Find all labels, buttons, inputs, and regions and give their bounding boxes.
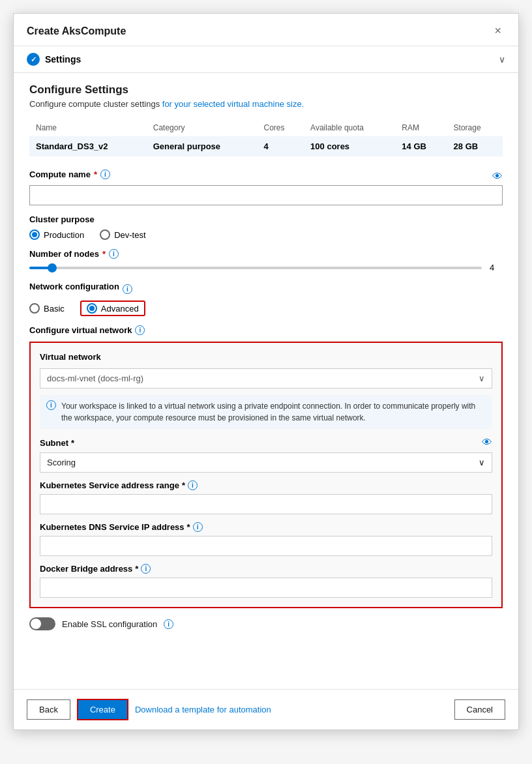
radio-devtest-indicator [100, 229, 110, 240]
col-name: Name [29, 119, 147, 136]
network-config-info-icon[interactable]: i [123, 284, 132, 294]
vm-ram: 14 GB [395, 136, 447, 156]
subnet-label: Subnet * [40, 438, 74, 448]
vm-cores: 4 [258, 136, 304, 156]
subnet-required: * [71, 438, 74, 448]
subnet-chevron: ∨ [479, 458, 485, 467]
dialog-footer: Back Create Download a template for auto… [14, 689, 518, 729]
network-radio-group: Basic Advanced [29, 301, 503, 316]
vnet-info-box: i Your workspace is linked to a virtual … [40, 395, 492, 429]
k8s-service-label-text: Kubernetes Service address range [40, 480, 179, 490]
nodes-slider-thumb[interactable] [48, 263, 57, 272]
vnet-info-icon: i [46, 400, 56, 410]
configure-vnet-text: Configure virtual network [29, 325, 132, 335]
k8s-dns-info-icon[interactable]: i [193, 522, 203, 532]
vnet-dropdown-chevron: ∨ [479, 374, 485, 383]
k8s-service-required: * [182, 480, 185, 490]
settings-header[interactable]: ✓ Settings ∨ [27, 53, 505, 66]
nodes-slider-container: 4 [29, 263, 503, 272]
col-storage: Storage [447, 119, 503, 136]
nodes-label-row: Number of nodes * i [29, 249, 503, 259]
nodes-label-text: Number of nodes [29, 249, 99, 259]
k8s-service-info-icon[interactable]: i [188, 480, 198, 490]
vm-name: Standard_DS3_v2 [29, 136, 147, 156]
cluster-purpose-radio-group: Production Dev-test [29, 229, 503, 240]
ssl-toggle-thumb [31, 619, 41, 629]
compute-name-label: Compute name * i [29, 169, 110, 179]
subnet-label-row: Subnet * 👁 [40, 437, 492, 448]
vnet-section: Virtual network docs-ml-vnet (docs-ml-rg… [29, 342, 503, 608]
compute-name-info-icon[interactable]: i [100, 169, 110, 179]
nodes-required: * [102, 249, 106, 259]
radio-basic-indicator [29, 303, 40, 314]
subnet-value: Scoring [47, 458, 76, 467]
settings-section: ✓ Settings ∨ [14, 46, 518, 73]
radio-advanced[interactable]: Advanced [80, 301, 145, 316]
radio-basic-label: Basic [44, 304, 65, 314]
ssl-info-icon[interactable]: i [164, 619, 173, 629]
vm-storage: 28 GB [447, 136, 503, 156]
radio-production[interactable]: Production [29, 229, 84, 240]
k8s-dns-label: Kubernetes DNS Service IP address * i [40, 522, 492, 532]
k8s-dns-label-text: Kubernetes DNS Service IP address [40, 522, 185, 532]
radio-advanced-indicator [87, 303, 97, 314]
compute-name-label-row: Compute name * i 👁 [29, 169, 503, 183]
subnet-label-text: Subnet [40, 438, 68, 448]
template-link[interactable]: Download a template for automation [135, 705, 271, 714]
k8s-service-input[interactable]: 10.0.0.0/16 [40, 494, 492, 514]
ssl-toggle-label: Enable SSL configuration [62, 619, 157, 629]
compute-name-eye-icon[interactable]: 👁 [492, 171, 503, 183]
subnet-dropdown[interactable]: Scoring ∨ [40, 452, 492, 473]
radio-basic[interactable]: Basic [29, 301, 65, 316]
radio-advanced-label: Advanced [101, 304, 139, 314]
create-button[interactable]: Create [77, 699, 128, 720]
vm-quota: 100 cores [304, 136, 395, 156]
k8s-dns-input[interactable]: 10.0.0.10 [40, 536, 492, 556]
vnet-title: Virtual network [40, 352, 492, 362]
cancel-button[interactable]: Cancel [454, 699, 505, 720]
vnet-dropdown-value: docs-ml-vnet (docs-ml-rg) [47, 374, 143, 383]
nodes-slider-track [29, 267, 482, 269]
settings-chevron[interactable]: ∨ [499, 54, 505, 65]
nodes-slider-value: 4 [490, 263, 503, 272]
configure-vnet-label: Configure virtual network i [29, 325, 503, 335]
radio-production-label: Production [44, 230, 84, 240]
configure-vnet-info-icon[interactable]: i [135, 325, 145, 335]
footer-left: Back Create Download a template for auto… [27, 699, 271, 720]
col-cores: Cores [258, 119, 304, 136]
subtitle-text: Configure compute cluster settings [29, 99, 162, 109]
subtitle-link[interactable]: for your selected virtual machine size. [162, 99, 304, 109]
docker-bridge-label: Docker Bridge address * i [40, 564, 492, 574]
settings-title-row: ✓ Settings [27, 53, 81, 66]
nodes-info-icon[interactable]: i [109, 249, 119, 259]
settings-check-icon: ✓ [27, 53, 40, 66]
network-label-row: Network configuration i [29, 282, 503, 297]
network-config-label: Network configuration [29, 282, 119, 291]
close-button[interactable]: × [490, 23, 505, 39]
vnet-info-text: Your workspace is linked to a virtual ne… [61, 400, 486, 424]
vm-category: General purpose [147, 136, 258, 156]
table-row[interactable]: Standard_DS3_v2 General purpose 4 100 co… [29, 136, 503, 156]
k8s-service-label: Kubernetes Service address range * i [40, 480, 492, 490]
col-category: Category [147, 119, 258, 136]
dialog-header: Create AksCompute × [14, 14, 518, 46]
docker-bridge-info-icon[interactable]: i [141, 564, 151, 574]
back-button[interactable]: Back [27, 699, 70, 720]
main-content: Configure Settings Configure compute clu… [14, 73, 518, 689]
create-akscompute-dialog: Create AksCompute × ✓ Settings ∨ Configu… [13, 13, 519, 730]
ssl-toggle[interactable] [29, 617, 55, 630]
col-ram: RAM [395, 119, 447, 136]
docker-bridge-input[interactable]: 172.18.0.1/16 [40, 578, 492, 598]
cluster-purpose-label: Cluster purpose [29, 214, 503, 224]
dialog-title: Create AksCompute [27, 25, 126, 37]
col-quota: Available quota [304, 119, 395, 136]
ssl-toggle-row: Enable SSL configuration i [29, 617, 503, 630]
subnet-eye-icon[interactable]: 👁 [482, 437, 492, 448]
compute-name-input[interactable]: ds-ml-inference [29, 185, 503, 205]
radio-devtest-label: Dev-test [114, 230, 145, 240]
section-subtitle: Configure compute cluster settings for y… [29, 99, 503, 109]
radio-devtest[interactable]: Dev-test [100, 229, 145, 240]
section-title: Configure Settings [29, 83, 503, 96]
docker-bridge-required: * [135, 564, 138, 574]
vnet-dropdown[interactable]: docs-ml-vnet (docs-ml-rg) ∨ [40, 368, 492, 389]
